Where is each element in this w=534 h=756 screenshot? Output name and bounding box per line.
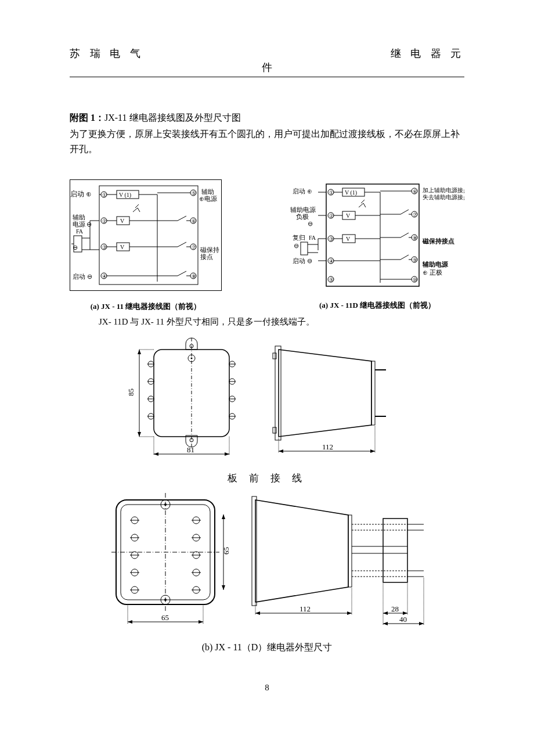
- labelA-r1b: ⊕电源: [199, 195, 217, 202]
- svg-line-26: [178, 242, 186, 247]
- labelA-l3: ⊖: [73, 244, 78, 251]
- pinA2: ②: [102, 218, 107, 224]
- vA3: V: [120, 244, 125, 250]
- header-rule: [70, 77, 464, 77]
- svg-line-18: [135, 204, 139, 208]
- page-header: 苏 瑞 电 气 继 电 器 元: [70, 46, 464, 62]
- pinA3: ③: [102, 244, 107, 250]
- svg-rect-122: [273, 353, 276, 359]
- schematic-b-svg: 启动 ⊕ 辅助电源 负极 ⊖ 复归 FA ⊖ 启动 ⊖ 加上辅助电源接点保持 失…: [290, 179, 464, 290]
- svg-rect-114: [371, 361, 375, 425]
- title-prefix: 附图 1：: [70, 113, 104, 123]
- header-right: 继 电 器 元: [391, 46, 465, 60]
- svg-marker-107: [154, 452, 158, 456]
- svg-line-59: [400, 210, 409, 214]
- pinB4: ④: [329, 258, 334, 264]
- labelB-l3b: FA: [309, 235, 316, 241]
- svg-rect-0: [99, 186, 198, 285]
- dim-front-1: 85 81: [122, 332, 250, 466]
- svg-marker-119: [370, 449, 375, 453]
- pinA5: ⑤: [192, 190, 196, 196]
- dim-28: 28: [391, 604, 399, 613]
- schematic-a-svg: 启动 ⊕ 辅助 电源 ⊖ FA ⊖ 启动 ⊖ 辅助 ⊕电源 磁保持 接点 ① ②…: [70, 179, 222, 291]
- svg-line-30: [178, 271, 186, 276]
- svg-marker-176: [347, 611, 352, 615]
- labelB-l2c: ⊖: [308, 220, 313, 227]
- dim-81: 81: [187, 445, 194, 454]
- labelB-l2a: 辅助电源: [290, 206, 316, 213]
- header-left: 苏 瑞 电 气: [70, 46, 144, 60]
- svg-rect-162: [348, 515, 352, 587]
- labelB-l1: 启动 ⊕: [293, 188, 312, 195]
- labelA-l2a: 辅助: [73, 214, 85, 221]
- dim-65v: 65: [222, 547, 230, 555]
- schematic-row: 启动 ⊕ 辅助 电源 ⊖ FA ⊖ 启动 ⊖ 辅助 ⊕电源 磁保持 接点 ① ②…: [70, 179, 464, 312]
- pinB6: ⑥: [413, 189, 417, 195]
- caption-a-right: (a) JX - 11D 继电器接线图（前视）: [319, 300, 435, 311]
- dim-112a: 112: [322, 442, 333, 451]
- labelA-l4: 启动 ⊖: [73, 273, 92, 280]
- labelA-l2d: FA: [76, 228, 84, 235]
- svg-marker-154: [222, 585, 225, 590]
- pinB10: ⑩: [413, 277, 417, 283]
- header-mid: 件: [70, 60, 464, 74]
- figure-title: 附图 1：JX-11 继电器接线图及外型尺寸图: [70, 112, 464, 124]
- labelB-r1b: 失去辅助电源接点返回: [423, 194, 464, 200]
- title-rest: JX-11 继电器接线图及外型尺寸图: [104, 113, 241, 123]
- svg-rect-123: [273, 427, 276, 433]
- svg-marker-156: [128, 620, 132, 624]
- labelB-r3a: 辅助电源: [422, 261, 449, 268]
- pinA4: ④: [102, 273, 107, 279]
- svg-rect-113: [275, 346, 281, 440]
- labelA-r2a: 磁保持: [200, 246, 219, 253]
- pinA6: ⑥: [192, 218, 196, 224]
- caption-a-left: (a) JX - 11 继电器接线图（前视）: [91, 301, 201, 312]
- svg-marker-180: [383, 611, 388, 615]
- vA-top: V (1): [119, 192, 131, 199]
- dim-65h: 65: [161, 613, 169, 622]
- labelB-l2b: 负极: [296, 213, 309, 220]
- labelB-r1: 加上辅助电源接点保持: [423, 187, 464, 193]
- svg-rect-161: [252, 496, 257, 606]
- labelB-l3c: ⊖: [294, 242, 299, 249]
- dim-row-2: 65 65: [70, 488, 464, 633]
- pinB8: ⑧: [413, 235, 417, 241]
- intro-text: 为了更换方便，原屏上安装接线开有五个圆孔的，用户可提出加配过渡接线板，不必在原屏…: [70, 127, 464, 156]
- dim-112b: 112: [300, 604, 311, 613]
- dim-side-2: 112 28 40: [250, 488, 435, 633]
- dim-40: 40: [399, 615, 407, 624]
- page-number: 8: [70, 683, 464, 693]
- svg-marker-102: [138, 350, 141, 354]
- svg-line-69: [400, 255, 409, 260]
- vB-top: V (1): [345, 189, 357, 196]
- labelA-l2b: 电源: [73, 221, 85, 228]
- labelA-l2c: ⊖: [86, 221, 92, 228]
- vB3: V: [346, 236, 351, 242]
- page: 苏 瑞 电 气 继 电 器 元 件 附图 1：JX-11 继电器接线图及外型尺寸…: [0, 0, 534, 716]
- dim-side-1: 112: [267, 332, 412, 466]
- labelA-r2b: 接点: [200, 253, 213, 260]
- labelA-r1a: 辅助: [201, 188, 214, 195]
- svg-rect-163: [383, 519, 407, 582]
- pinB3: ③: [329, 236, 334, 242]
- svg-marker-160: [255, 500, 348, 602]
- labelB-l3a: 复归: [293, 234, 305, 241]
- pinB7: ⑦: [413, 212, 417, 218]
- svg-marker-157: [199, 620, 203, 624]
- dim-front-2: 65 65: [99, 488, 232, 633]
- svg-line-57: [361, 200, 365, 203]
- vA2: V: [120, 218, 125, 224]
- svg-rect-72: [301, 242, 308, 255]
- dim-85: 85: [127, 388, 135, 396]
- dim-row-1: 85 81 112: [70, 332, 464, 466]
- pinB5: ⑤: [329, 277, 334, 283]
- svg-marker-153: [222, 514, 225, 519]
- svg-marker-103: [138, 432, 141, 437]
- svg-marker-185: [383, 622, 388, 625]
- note-line: JX- 11D 与 JX- 11 外型尺寸相同，只是多一付接线端子。: [99, 316, 464, 327]
- labelA-l1: 启动 ⊕: [70, 190, 92, 198]
- pinA7: ⑦: [192, 244, 196, 250]
- pinA1: ①: [102, 192, 107, 198]
- svg-marker-186: [419, 622, 424, 625]
- schematic-b: 启动 ⊕ 辅助电源 负极 ⊖ 复归 FA ⊖ 启动 ⊖ 加上辅助电源接点保持 失…: [290, 179, 464, 312]
